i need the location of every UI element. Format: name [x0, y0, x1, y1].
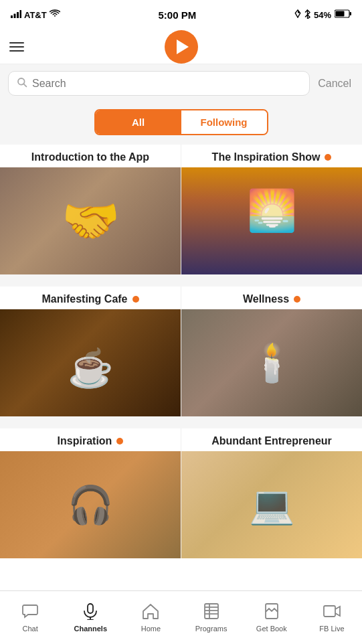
channel-title-intro: Introduction to the App: [31, 151, 149, 163]
row-divider-1: [0, 274, 362, 287]
tab-following[interactable]: Following: [181, 110, 267, 134]
channel-label-cafe: Manifesting Cafe: [0, 287, 181, 309]
nav-item-channels[interactable]: Channels: [60, 591, 120, 644]
row-divider-2: [0, 416, 362, 428]
channel-thumb-cafe[interactable]: [0, 309, 181, 416]
nav-item-programs[interactable]: Programs: [181, 591, 242, 644]
location-icon: [294, 9, 301, 20]
svg-rect-3: [20, 10, 22, 18]
bottom-nav: Chat Channels Home Programs Get Book FB …: [0, 590, 362, 644]
status-bar: AT&T 5:00 PM 54%: [0, 0, 362, 29]
search-icon: [17, 77, 27, 90]
channel-title-inspiration-show: The Inspiration Show: [212, 151, 321, 163]
svg-rect-11: [205, 604, 218, 619]
bookmark-icon: [263, 602, 280, 623]
live-dot-inspiration-show: [325, 154, 331, 161]
channel-item-entrepreneur[interactable]: Abundant Entrepreneur: [181, 428, 362, 558]
battery-icon: [335, 9, 351, 20]
live-dot-cafe: [132, 296, 139, 303]
channel-label-inspiration: Inspiration: [0, 428, 181, 451]
nav-label-chat: Chat: [22, 625, 37, 633]
channel-thumb-intro[interactable]: [0, 167, 181, 274]
status-time: 5:00 PM: [158, 9, 196, 21]
status-icons: 54%: [294, 9, 351, 21]
nav-label-home: Home: [141, 625, 161, 633]
channel-label-entrepreneur: Abundant Entrepreneur: [181, 428, 362, 451]
channel-label-inspiration-show: The Inspiration Show: [181, 145, 362, 167]
nav-item-fb-live[interactable]: FB Live: [302, 591, 362, 644]
channel-title-inspiration: Inspiration: [58, 435, 112, 447]
svg-rect-0: [11, 15, 13, 18]
channel-item-intro-app[interactable]: Introduction to the App: [0, 145, 181, 274]
wifi-icon: [50, 9, 60, 20]
cancel-button[interactable]: Cancel: [315, 78, 354, 90]
channels-grid: Introduction to the App The Inspiration …: [0, 145, 362, 612]
carrier-label: AT&T: [24, 10, 47, 20]
menu-button[interactable]: [9, 42, 24, 52]
nav-item-chat[interactable]: Chat: [0, 591, 60, 644]
signal-icon: [11, 10, 21, 20]
nav-label-get-book: Get Book: [256, 625, 287, 633]
svg-rect-2: [17, 12, 19, 18]
svg-rect-17: [324, 606, 335, 617]
svg-rect-5: [336, 11, 345, 17]
app-logo[interactable]: [165, 30, 198, 64]
filter-tabs: All Following: [0, 102, 362, 145]
channel-item-inspiration[interactable]: Inspiration: [0, 428, 181, 558]
book-icon: [203, 602, 220, 623]
channel-thumb-inspiration[interactable]: [0, 451, 181, 558]
chat-icon: [21, 602, 39, 623]
status-carrier: AT&T: [11, 9, 60, 20]
svg-rect-1: [14, 13, 16, 18]
header: [0, 29, 362, 64]
svg-rect-6: [350, 12, 352, 15]
nav-item-home[interactable]: Home: [120, 591, 181, 644]
live-dot-wellness: [294, 296, 300, 303]
nav-item-get-book[interactable]: Get Book: [242, 591, 302, 644]
channel-title-entrepreneur: Abundant Entrepreneur: [211, 435, 332, 447]
channel-item-wellness[interactable]: Wellness: [181, 287, 362, 416]
live-dot-inspiration: [116, 438, 123, 445]
nav-label-channels: Channels: [74, 625, 108, 633]
channel-row-3: Inspiration Abundant Entrepreneur: [0, 428, 362, 558]
channel-title-cafe: Manifesting Cafe: [41, 293, 127, 305]
mic-icon: [82, 602, 99, 623]
battery-label: 54%: [314, 10, 331, 20]
channel-label-intro: Introduction to the App: [0, 145, 181, 167]
channel-thumb-inspiration-show[interactable]: [181, 167, 362, 274]
tab-all[interactable]: All: [96, 110, 181, 134]
channel-row-2: Manifesting Cafe Wellness: [0, 287, 362, 416]
search-bar-section: Cancel: [0, 64, 362, 102]
channel-label-wellness: Wellness: [181, 287, 362, 309]
channel-item-cafe[interactable]: Manifesting Cafe: [0, 287, 181, 416]
channel-item-inspiration-show[interactable]: The Inspiration Show: [181, 145, 362, 274]
home-icon: [142, 602, 159, 623]
search-input[interactable]: [32, 78, 301, 90]
nav-label-fb-live: FB Live: [319, 625, 344, 633]
search-input-wrap[interactable]: [8, 71, 310, 96]
channel-row-1: Introduction to the App The Inspiration …: [0, 145, 362, 274]
channel-thumb-entrepreneur[interactable]: [181, 451, 362, 558]
channel-thumb-wellness[interactable]: [181, 309, 362, 416]
bluetooth-icon: [304, 9, 310, 21]
svg-rect-8: [88, 604, 93, 613]
channel-title-wellness: Wellness: [243, 293, 289, 305]
nav-label-programs: Programs: [195, 625, 228, 633]
video-icon: [323, 602, 341, 623]
